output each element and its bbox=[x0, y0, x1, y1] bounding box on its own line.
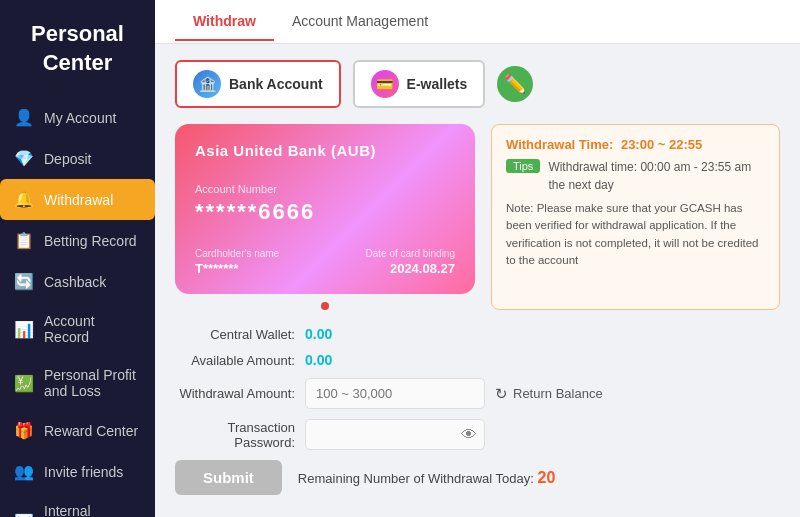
withdrawal-amount-row: Withdrawal Amount: ↻ Return Balance bbox=[175, 378, 780, 409]
sidebar-item-invite-friends[interactable]: 👥 Invite friends bbox=[0, 451, 155, 492]
sidebar-item-withdrawal[interactable]: 🔔 Withdrawal bbox=[0, 179, 155, 220]
card-info-row: Asia United Bank (AUB) Account Number **… bbox=[175, 124, 780, 310]
profit-icon: 💹 bbox=[14, 374, 34, 393]
date-label: Date of card binding bbox=[365, 248, 455, 259]
sidebar-item-personal-profit[interactable]: 💹 Personal Profit and Loss bbox=[0, 356, 155, 410]
holder-name: T******* bbox=[195, 261, 279, 276]
withdrawal-icon: 🔔 bbox=[14, 190, 34, 209]
sidebar-title: PersonalCenter bbox=[21, 10, 134, 97]
sidebar-item-internal-message[interactable]: ✉️ Internal Message bbox=[0, 492, 155, 517]
available-amount-label: Available Amount: bbox=[175, 353, 295, 368]
bank-account-icon: 🏦 bbox=[193, 70, 221, 98]
cashback-icon: 🔄 bbox=[14, 272, 34, 291]
eye-icon[interactable]: 👁 bbox=[461, 426, 477, 444]
sidebar-item-label: Cashback bbox=[44, 274, 106, 290]
reward-icon: 🎁 bbox=[14, 421, 34, 440]
date-value: 2024.08.27 bbox=[365, 261, 455, 276]
password-input-wrap: 👁 bbox=[305, 419, 485, 450]
main-content: Withdraw Account Management 🏦 Bank Accou… bbox=[155, 0, 800, 517]
sidebar-item-label: Betting Record bbox=[44, 233, 137, 249]
tab-withdraw[interactable]: Withdraw bbox=[175, 3, 274, 41]
central-wallet-label: Central Wallet: bbox=[175, 327, 295, 342]
tips-line: Tips Withdrawal time: 00:00 am - 23:55 a… bbox=[506, 158, 765, 194]
sidebar: PersonalCenter 👤 My Account 💎 Deposit 🔔 … bbox=[0, 0, 155, 517]
tips-note: Note: Please make sure that your GCASH h… bbox=[506, 200, 765, 269]
message-icon: ✉️ bbox=[14, 510, 34, 517]
betting-icon: 📋 bbox=[14, 231, 34, 250]
edit-button[interactable]: ✏️ bbox=[497, 66, 533, 102]
deposit-icon: 💎 bbox=[14, 149, 34, 168]
tips-title: Withdrawal Time: 23:00 ~ 22:55 bbox=[506, 137, 765, 152]
withdrawal-amount-input[interactable] bbox=[305, 378, 485, 409]
tabs-bar: Withdraw Account Management bbox=[155, 0, 800, 44]
account-number: ******6666 bbox=[195, 199, 455, 225]
sidebar-item-deposit[interactable]: 💎 Deposit bbox=[0, 138, 155, 179]
remaining-count: 20 bbox=[538, 469, 556, 486]
sidebar-item-label: Reward Center bbox=[44, 423, 138, 439]
account-label: Account Number bbox=[195, 183, 455, 195]
content-area: 🏦 Bank Account 💳 E-wallets ✏️ Asia Unite… bbox=[155, 44, 800, 517]
sidebar-item-label: Withdrawal bbox=[44, 192, 113, 208]
dot-1 bbox=[321, 302, 329, 310]
central-wallet-value: 0.00 bbox=[305, 326, 332, 342]
account-record-icon: 📊 bbox=[14, 320, 34, 339]
bank-account-button[interactable]: 🏦 Bank Account bbox=[175, 60, 341, 108]
holder-label: Cardholder's name bbox=[195, 248, 279, 259]
wallet-row: 🏦 Bank Account 💳 E-wallets ✏️ bbox=[175, 60, 780, 108]
sidebar-item-label: Internal Message bbox=[44, 503, 141, 517]
tips-main-text: Withdrawal time: 00:00 am - 23:55 am the… bbox=[548, 158, 765, 194]
sidebar-item-label: My Account bbox=[44, 110, 116, 126]
card-dots bbox=[175, 302, 475, 310]
sidebar-item-label: Personal Profit and Loss bbox=[44, 367, 141, 399]
available-amount-value: 0.00 bbox=[305, 352, 332, 368]
bank-name: Asia United Bank (AUB) bbox=[195, 142, 455, 159]
sidebar-item-reward-center[interactable]: 🎁 Reward Center bbox=[0, 410, 155, 451]
return-balance-button[interactable]: ↻ Return Balance bbox=[495, 385, 603, 403]
available-amount-row: Available Amount: 0.00 bbox=[175, 352, 780, 368]
bank-card: Asia United Bank (AUB) Account Number **… bbox=[175, 124, 475, 310]
sidebar-item-my-account[interactable]: 👤 My Account bbox=[0, 97, 155, 138]
tips-badge: Tips bbox=[506, 159, 540, 173]
tips-box: Withdrawal Time: 23:00 ~ 22:55 Tips With… bbox=[491, 124, 780, 310]
my-account-icon: 👤 bbox=[14, 108, 34, 127]
remaining-text: Remaining Number of Withdrawal Today: 20 bbox=[298, 469, 555, 487]
sidebar-item-cashback[interactable]: 🔄 Cashback bbox=[0, 261, 155, 302]
sidebar-item-label: Account Record bbox=[44, 313, 141, 345]
withdrawal-amount-label: Withdrawal Amount: bbox=[175, 386, 295, 401]
central-wallet-row: Central Wallet: 0.00 bbox=[175, 326, 780, 342]
sidebar-item-betting-record[interactable]: 📋 Betting Record bbox=[0, 220, 155, 261]
return-balance-label: Return Balance bbox=[513, 386, 603, 401]
sidebar-item-label: Invite friends bbox=[44, 464, 123, 480]
pencil-icon: ✏️ bbox=[504, 73, 526, 95]
tab-account-management[interactable]: Account Management bbox=[274, 3, 446, 41]
e-wallets-button[interactable]: 💳 E-wallets bbox=[353, 60, 486, 108]
submit-button[interactable]: Submit bbox=[175, 460, 282, 495]
transaction-password-row: Transaction Password: 👁 bbox=[175, 419, 780, 450]
sidebar-item-account-record[interactable]: 📊 Account Record bbox=[0, 302, 155, 356]
transaction-password-label: Transaction Password: bbox=[175, 420, 295, 450]
sidebar-item-label: Deposit bbox=[44, 151, 91, 167]
refresh-icon: ↻ bbox=[495, 385, 508, 403]
e-wallets-icon: 💳 bbox=[371, 70, 399, 98]
submit-row: Submit Remaining Number of Withdrawal To… bbox=[175, 460, 780, 495]
invite-icon: 👥 bbox=[14, 462, 34, 481]
transaction-password-input[interactable] bbox=[305, 419, 485, 450]
